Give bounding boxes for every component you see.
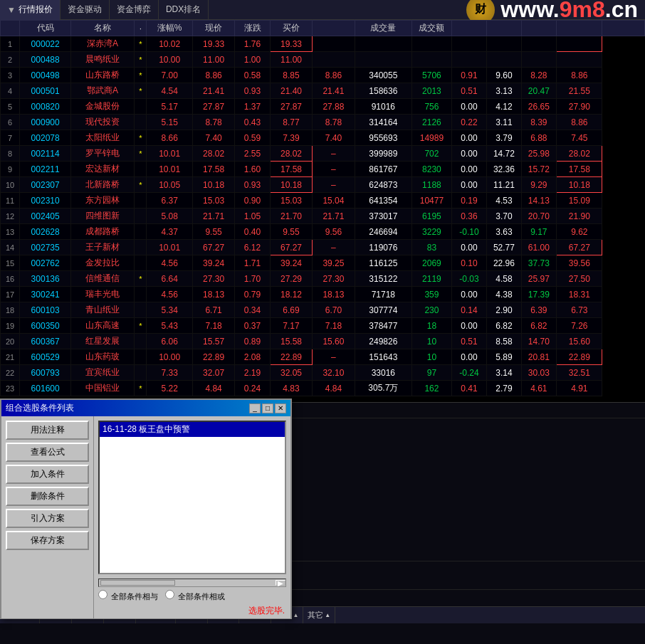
- cell-name[interactable]: 现代投资: [71, 115, 135, 130]
- cell-star: *: [135, 52, 147, 68]
- radio-and[interactable]: [98, 590, 108, 599]
- cell-volume: 373017: [355, 208, 411, 224]
- col-name[interactable]: 名称: [71, 21, 135, 36]
- condition-list[interactable]: 16-11-28 板王盘中预警: [98, 421, 286, 574]
- cell-col12: 0.00: [451, 162, 487, 177]
- cell-name[interactable]: 山东高速: [71, 318, 135, 334]
- cell-code[interactable]: 000022: [20, 36, 71, 52]
- cell-code[interactable]: 002628: [20, 224, 71, 240]
- cell-code[interactable]: 000820: [20, 99, 71, 115]
- cell-name[interactable]: 宜宾纸业: [71, 365, 135, 381]
- cell-code[interactable]: 300241: [20, 287, 71, 302]
- cell-code[interactable]: 600367: [20, 334, 71, 349]
- cell-code[interactable]: 002310: [20, 193, 71, 208]
- cell-name[interactable]: 东方园林: [71, 193, 135, 208]
- cell-code[interactable]: 002735: [20, 240, 71, 255]
- cell-col12: -0.03: [451, 271, 487, 287]
- tab-capital-drive[interactable]: 资金驱动: [61, 0, 110, 20]
- cell-delta: 0.59: [235, 130, 271, 146]
- cell-code[interactable]: 002078: [20, 130, 71, 146]
- cell-code[interactable]: 601600: [20, 381, 71, 396]
- col-amount[interactable]: 成交额: [412, 21, 452, 36]
- cell-code[interactable]: 002114: [20, 146, 71, 162]
- cell-price: 8.86: [192, 68, 234, 83]
- btn-save-plan[interactable]: 保存方案: [6, 531, 89, 550]
- cell-change-pct: 6.37: [147, 193, 192, 208]
- cell-name[interactable]: 中国铝业: [71, 381, 135, 396]
- cell-name[interactable]: 成都路桥: [71, 224, 135, 240]
- cell-delta: 0.34: [235, 302, 271, 318]
- btn-usage-note[interactable]: 用法注释: [6, 421, 89, 440]
- cell-name[interactable]: 鄂武商A: [71, 83, 135, 99]
- cell-code[interactable]: 600103: [20, 302, 71, 318]
- cell-name[interactable]: 红星发展: [71, 334, 135, 349]
- cell-name[interactable]: 太阳纸业: [71, 130, 135, 146]
- cell-price: 21.71: [192, 208, 234, 224]
- col-extra1: [313, 21, 355, 36]
- cell-code[interactable]: 000488: [20, 52, 71, 68]
- cell-star: [135, 115, 147, 130]
- dialog-restore-btn[interactable]: □: [262, 403, 273, 413]
- radio-or-label[interactable]: 全部条件相或: [165, 590, 225, 602]
- tab-quotes[interactable]: ▼ 行情报价: [0, 0, 61, 20]
- main-table-area: 代码 名称 · 涨幅% 现价 涨跌 买价 成交量 成交额 1 000022 深赤…: [0, 20, 645, 402]
- radio-and-label[interactable]: 全部条件相与: [98, 590, 158, 602]
- cell-name[interactable]: 深赤湾A: [71, 36, 135, 52]
- cell-code[interactable]: 300136: [20, 271, 71, 287]
- cell-col9: 39.25: [313, 255, 355, 271]
- cell-name[interactable]: 晨鸣纸业: [71, 52, 135, 68]
- dialog-titlebar: 组合选股条件列表 _ □ ✕: [1, 400, 290, 416]
- cell-code[interactable]: 000900: [20, 115, 71, 130]
- cell-buy: 9.55: [270, 224, 312, 240]
- col-delta[interactable]: 涨跌: [235, 21, 271, 36]
- cell-volume: 955693: [355, 130, 411, 146]
- cell-col13: 5.89: [487, 349, 521, 365]
- btn-delete-condition[interactable]: 删除条件: [6, 487, 89, 506]
- col-code[interactable]: 代码: [20, 21, 71, 36]
- table-row: 6 000900 现代投资 5.15 8.78 0.43 8.77 8.78 3…: [1, 115, 645, 130]
- cell-name[interactable]: 北新路桥: [71, 177, 135, 193]
- cell-name[interactable]: 青山纸业: [71, 302, 135, 318]
- btn-view-formula[interactable]: 查看公式: [6, 443, 89, 462]
- cell-name[interactable]: 信维通信: [71, 271, 135, 287]
- radio-or[interactable]: [165, 590, 174, 599]
- cell-code[interactable]: 002307: [20, 177, 71, 193]
- btn-add-condition[interactable]: 加入条件: [6, 465, 89, 484]
- cell-code[interactable]: 000501: [20, 83, 71, 99]
- col-change-pct[interactable]: 涨幅%: [147, 21, 192, 36]
- cell-col12: 0.00: [451, 349, 487, 365]
- col-volume[interactable]: 成交量: [355, 21, 411, 36]
- cell-code[interactable]: 002405: [20, 208, 71, 224]
- cell-star: *: [135, 146, 147, 162]
- dialog-minimize-btn[interactable]: _: [249, 403, 261, 413]
- cell-name[interactable]: 山东路桥: [71, 68, 135, 83]
- cell-col13: 14.72: [487, 146, 521, 162]
- bnav-other[interactable]: 其它▲: [303, 607, 335, 623]
- cell-name[interactable]: 四维图新: [71, 208, 135, 224]
- cell-name[interactable]: 瑞丰光电: [71, 287, 135, 302]
- cell-name[interactable]: 王子新材: [71, 240, 135, 255]
- cell-name[interactable]: 金发拉比: [71, 255, 135, 271]
- cell-code[interactable]: 002211: [20, 162, 71, 177]
- condition-item-0[interactable]: 16-11-28 板王盘中预警: [100, 422, 285, 437]
- cell-num: 2: [1, 52, 20, 68]
- col-buy[interactable]: 买价: [270, 21, 312, 36]
- cell-code[interactable]: 600350: [20, 318, 71, 334]
- cell-delta: 1.70: [235, 271, 271, 287]
- cell-name[interactable]: 宏达新材: [71, 162, 135, 177]
- cell-code[interactable]: 600529: [20, 349, 71, 365]
- btn-import-plan[interactable]: 引入方案: [6, 509, 89, 528]
- tab-ddx[interactable]: DDX排名: [159, 0, 209, 20]
- cell-name[interactable]: 金城股份: [71, 99, 135, 115]
- cell-code[interactable]: 000498: [20, 68, 71, 83]
- cell-code[interactable]: 002762: [20, 255, 71, 271]
- cell-num: 19: [1, 318, 20, 334]
- dialog-close-btn[interactable]: ✕: [275, 403, 286, 413]
- cell-name[interactable]: 罗平锌电: [71, 146, 135, 162]
- table-row: 16 300136 信维通信 * 6.64 27.30 1.70 27.29 2…: [1, 271, 645, 287]
- cell-code[interactable]: 600793: [20, 365, 71, 381]
- col-price[interactable]: 现价: [192, 21, 234, 36]
- cell-name[interactable]: 山东药玻: [71, 349, 135, 365]
- cell-col15: 27.50: [557, 271, 602, 287]
- tab-capital-game[interactable]: 资金博弈: [110, 0, 159, 20]
